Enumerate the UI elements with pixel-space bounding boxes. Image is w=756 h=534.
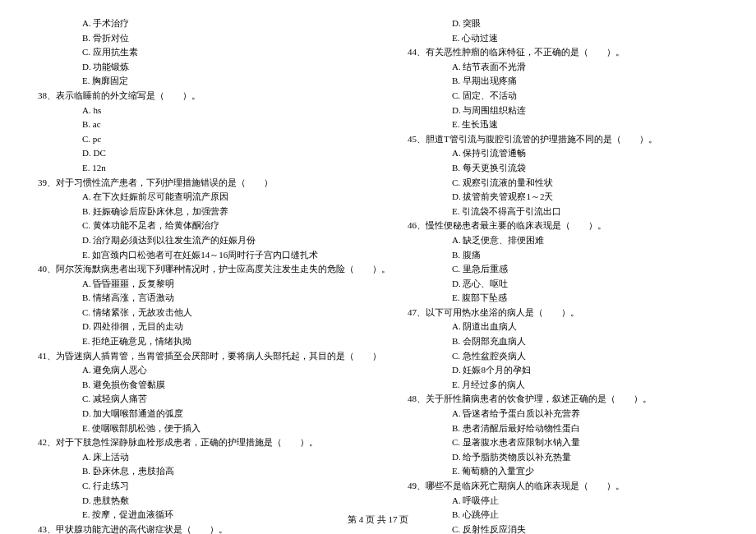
qstem: 胆道T管引流与腹腔引流管的护理措施不同的是（ ）。 bbox=[426, 134, 657, 144]
qnum: 46、 bbox=[408, 220, 426, 230]
question-48: 48、关于肝性脑病患者的饮食护理，叙述正确的是（ ）。 bbox=[403, 392, 723, 407]
right-column: D. 突眼 E. 心动过速 44、有关恶性肿瘤的临床特征，不正确的是（ ）。 A… bbox=[403, 16, 723, 534]
option: D. 治疗期必须达到以往发生流产的妊娠月份 bbox=[33, 233, 353, 248]
qnum: 38、 bbox=[38, 90, 56, 100]
option: B. 避免损伤食管黏膜 bbox=[33, 378, 353, 393]
option: D. 功能锻炼 bbox=[33, 60, 353, 75]
qstem: 哪些不是临床死亡期病人的临床表现是（ ）。 bbox=[426, 481, 625, 490]
option: B. ac bbox=[33, 117, 353, 132]
option: B. 情绪高涨，言语激动 bbox=[33, 291, 353, 306]
option: E. 使咽喉部肌松弛，便于插入 bbox=[33, 421, 353, 436]
question-47: 47、以下可用热水坐浴的病人是（ ）。 bbox=[403, 306, 723, 320]
option: C. 观察引流液的量和性状 bbox=[403, 176, 723, 191]
question-39: 39、对于习惯性流产患者，下列护理措施错误的是（ ） bbox=[33, 176, 353, 191]
page-footer: 第 4 页 共 17 页 bbox=[0, 513, 756, 527]
question-40: 40、阿尔茨海默病患者出现下列哪种情况时，护士应高度关注发生走失的危险（ ）。 bbox=[33, 262, 353, 277]
option: E. 胸廓固定 bbox=[33, 74, 353, 89]
option: B. 每天更换引流袋 bbox=[403, 161, 723, 176]
option: C. 黄体功能不足者，给黄体酮治疗 bbox=[33, 219, 353, 233]
qnum: 39、 bbox=[38, 177, 56, 187]
qnum: 41、 bbox=[38, 351, 56, 361]
option: A. 昏迷者给予蛋白质以补充营养 bbox=[403, 407, 723, 421]
qstem: 以下可用热水坐浴的病人是（ ）。 bbox=[426, 307, 579, 317]
option: E. 葡萄糖的入量宜少 bbox=[403, 464, 723, 479]
option: C. pc bbox=[33, 132, 353, 147]
left-column: A. 手术治疗 B. 骨折对位 C. 应用抗生素 D. 功能锻炼 E. 胸廓固定… bbox=[33, 16, 353, 534]
qstem: 阿尔茨海默病患者出现下列哪种情况时，护士应高度关注发生走失的危险（ ）。 bbox=[56, 264, 390, 274]
qnum: 44、 bbox=[408, 47, 426, 57]
option: A. hs bbox=[33, 104, 353, 118]
qstem: 为昏迷病人插胃管，当胃管插至会厌部时，要将病人头部托起，其目的是（ ） bbox=[56, 351, 381, 361]
option: E. 腹部下坠感 bbox=[403, 291, 723, 306]
option: C. 显著腹水患者应限制水钠入量 bbox=[403, 435, 723, 450]
option: D. 给予脂肪类物质以补充热量 bbox=[403, 450, 723, 465]
qnum: 42、 bbox=[38, 437, 56, 447]
qstem: 对于习惯性流产患者，下列护理措施错误的是（ ） bbox=[56, 177, 273, 187]
question-41: 41、为昏迷病人插胃管，当胃管插至会厌部时，要将病人头部托起，其目的是（ ） bbox=[33, 349, 353, 364]
option: C. 行走练习 bbox=[33, 479, 353, 494]
question-46: 46、慢性便秘患者最主要的临床表现是（ ）。 bbox=[403, 219, 723, 233]
question-42: 42、对于下肢急性深静脉血栓形成患者，正确的护理措施是（ ）。 bbox=[33, 435, 353, 450]
qnum: 47、 bbox=[408, 307, 426, 317]
qnum: 40、 bbox=[38, 264, 56, 274]
option: A. 避免病人恶心 bbox=[33, 363, 353, 378]
option: E. 心动过速 bbox=[403, 31, 723, 46]
option: E. 12n bbox=[33, 161, 353, 176]
option: D. 四处徘徊，无目的走动 bbox=[33, 320, 353, 334]
option: C. 情绪紧张，无故攻击他人 bbox=[33, 306, 353, 320]
option: D. DC bbox=[33, 146, 353, 161]
qstem: 有关恶性肿瘤的临床特征，不正确的是（ ）。 bbox=[426, 47, 625, 57]
option: B. 腹痛 bbox=[403, 248, 723, 263]
option: D. 妊娠8个月的孕妇 bbox=[403, 363, 723, 378]
option: C. 减轻病人痛苦 bbox=[33, 392, 353, 407]
option: D. 恶心、呕吐 bbox=[403, 277, 723, 292]
option: B. 患者清醒后最好给动物性蛋白 bbox=[403, 421, 723, 436]
option: D. 与周围组织粘连 bbox=[403, 104, 723, 118]
columns: A. 手术治疗 B. 骨折对位 C. 应用抗生素 D. 功能锻炼 E. 胸廓固定… bbox=[33, 16, 723, 534]
page: A. 手术治疗 B. 骨折对位 C. 应用抗生素 D. 功能锻炼 E. 胸廓固定… bbox=[0, 0, 756, 534]
option: B. 卧床休息，患肢抬高 bbox=[33, 464, 353, 479]
option: A. 昏昏噩噩，反复黎明 bbox=[33, 277, 353, 292]
option: A. 呼吸停止 bbox=[403, 494, 723, 509]
option: B. 会阴部充血病人 bbox=[403, 334, 723, 349]
option: A. 手术治疗 bbox=[33, 16, 353, 31]
option: D. 加大咽喉部通道的弧度 bbox=[33, 407, 353, 421]
option: C. 固定、不活动 bbox=[403, 89, 723, 104]
option: B. 妊娠确诊后应卧床休息，加强营养 bbox=[33, 205, 353, 219]
qnum: 49、 bbox=[408, 481, 426, 490]
option: E. 引流袋不得高于引流出口 bbox=[403, 205, 723, 219]
option: C. 应用抗生素 bbox=[33, 45, 353, 60]
option: D. 突眼 bbox=[403, 16, 723, 31]
qstem: 关于肝性脑病患者的饮食护理，叙述正确的是（ ）。 bbox=[426, 394, 652, 403]
question-45: 45、胆道T管引流与腹腔引流管的护理措施不同的是（ ）。 bbox=[403, 132, 723, 147]
option: A. 在下次妊娠前尽可能查明流产原因 bbox=[33, 190, 353, 205]
question-49: 49、哪些不是临床死亡期病人的临床表现是（ ）。 bbox=[403, 479, 723, 494]
question-38: 38、表示临睡前的外文缩写是（ ）。 bbox=[33, 89, 353, 104]
option: E. 生长迅速 bbox=[403, 117, 723, 132]
option: E. 月经过多的病人 bbox=[403, 378, 723, 393]
qstem: 对于下肢急性深静脉血栓形成患者，正确的护理措施是（ ）。 bbox=[56, 437, 318, 447]
option: C. 急性盆腔炎病人 bbox=[403, 349, 723, 364]
qnum: 48、 bbox=[408, 394, 426, 403]
option: D. 拔管前夹管观察1～2天 bbox=[403, 190, 723, 205]
qstem: 慢性便秘患者最主要的临床表现是（ ）。 bbox=[426, 220, 606, 230]
qnum: 45、 bbox=[408, 134, 426, 144]
option: B. 骨折对位 bbox=[33, 31, 353, 46]
qstem: 表示临睡前的外文缩写是（ ）。 bbox=[56, 90, 201, 100]
option: C. 里急后重感 bbox=[403, 262, 723, 277]
option: D. 患肢热敷 bbox=[33, 494, 353, 509]
option: A. 保持引流管通畅 bbox=[403, 146, 723, 161]
option: A. 结节表面不光滑 bbox=[403, 60, 723, 75]
option: A. 床上活动 bbox=[33, 450, 353, 465]
option: B. 早期出现疼痛 bbox=[403, 74, 723, 89]
option: A. 阴道出血病人 bbox=[403, 320, 723, 334]
question-44: 44、有关恶性肿瘤的临床特征，不正确的是（ ）。 bbox=[403, 45, 723, 60]
option: A. 缺乏便意、排便困难 bbox=[403, 233, 723, 248]
option: E. 如宫颈内口松弛者可在妊娠14～16周时行子宫内口缝扎术 bbox=[33, 248, 353, 263]
option: E. 拒绝正确意见，情绪执拗 bbox=[33, 334, 353, 349]
